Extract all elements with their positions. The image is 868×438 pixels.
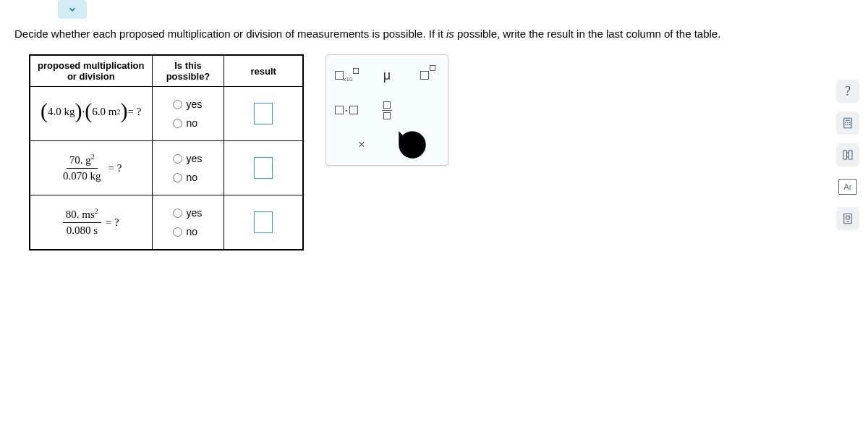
keypad-clear[interactable]: ×	[344, 132, 380, 158]
radio-yes-1[interactable]: yes	[173, 98, 203, 110]
keypad-reset[interactable]	[394, 132, 430, 158]
keypad-fraction[interactable]	[374, 97, 400, 123]
ruler-button[interactable]	[836, 143, 859, 167]
header-proposed: proposed multiplication or division	[30, 55, 152, 87]
svg-rect-13	[846, 216, 850, 219]
math-keypad: x10 μ • ×	[326, 54, 448, 166]
keypad-multiply-boxes[interactable]: •	[333, 97, 359, 123]
result-input-3[interactable]	[254, 211, 273, 233]
measurements-table: proposed multiplication or division Is t…	[29, 54, 304, 250]
keypad-sci-notation[interactable]: x10	[333, 62, 359, 88]
expression-1: (4.0 kg) · (6.0 m2) = ?	[41, 106, 141, 118]
svg-rect-12	[844, 214, 852, 224]
expression-3: 80. ms2 0.080 s = ?	[63, 209, 119, 237]
radio-yes-3[interactable]: yes	[173, 207, 203, 219]
table-row: 80. ms2 0.080 s = ? yes no	[30, 195, 303, 250]
header-result: result	[224, 55, 303, 87]
radio-yes-2[interactable]: yes	[173, 153, 203, 164]
collapse-toggle[interactable]	[58, 0, 87, 19]
svg-rect-9	[849, 151, 853, 159]
tools-sidebar: ? Ar	[836, 80, 859, 230]
expression-2: 70. g2 0.070 kg = ?	[60, 154, 122, 182]
result-input-2[interactable]	[254, 157, 273, 179]
calculator-button[interactable]	[836, 111, 859, 135]
keypad-mu[interactable]: μ	[374, 62, 400, 88]
svg-rect-8	[843, 151, 847, 159]
question-text: Decide whether each proposed multiplicat…	[0, 19, 868, 54]
periodic-table-button[interactable]: Ar	[838, 179, 857, 195]
help-button[interactable]: ?	[836, 80, 859, 103]
radio-no-2[interactable]: no	[173, 172, 198, 183]
reference-button[interactable]	[836, 207, 859, 230]
radio-no-1[interactable]: no	[173, 117, 198, 129]
keypad-superscript[interactable]	[414, 62, 441, 88]
radio-no-3[interactable]: no	[173, 226, 198, 237]
header-possible: Is this possible?	[152, 55, 224, 87]
table-row: 70. g2 0.070 kg = ? yes no	[30, 141, 303, 195]
table-row: (4.0 kg) · (6.0 m2) = ? yes no	[30, 87, 303, 141]
result-input-1[interactable]	[254, 103, 273, 125]
